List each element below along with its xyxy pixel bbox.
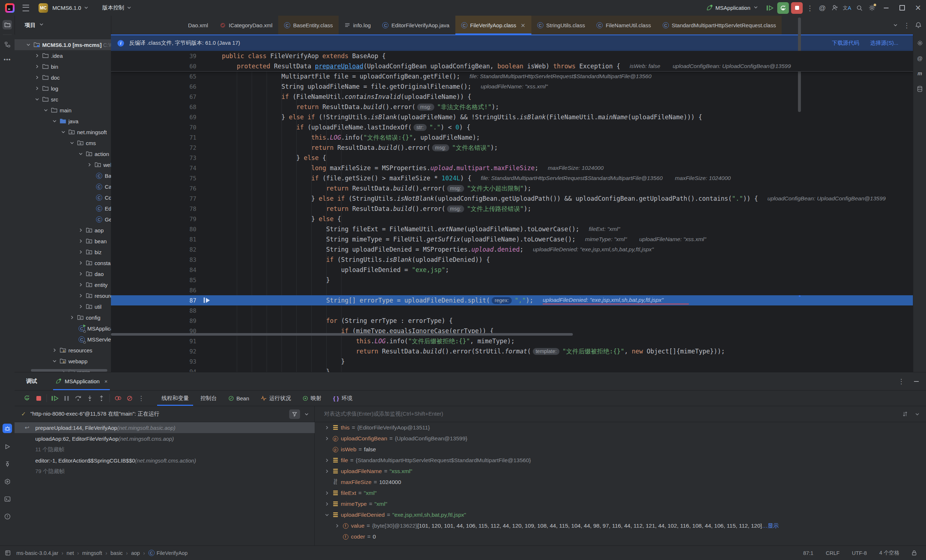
variable-row[interactable]: uploadFileName="xss.xml"	[315, 466, 926, 477]
tree-item-MSApplication[interactable]: CMSApplication	[15, 323, 111, 334]
pause-icon[interactable]	[61, 393, 73, 404]
tree-chevron-icon[interactable]	[78, 304, 84, 309]
variable-chevron-icon[interactable]	[324, 457, 330, 463]
project-panel-header[interactable]: 项目	[15, 16, 111, 35]
variable-chevron-icon[interactable]	[324, 425, 330, 431]
line-number[interactable]: 91	[111, 338, 197, 345]
tree-chevron-icon[interactable]	[34, 64, 40, 70]
tree-item-util[interactable]: util	[15, 301, 111, 312]
run-configuration-widget[interactable]: MSApplication	[706, 5, 759, 11]
tree-item-EditorAction[interactable]: CEditorAction	[15, 203, 111, 214]
editor-tab[interactable]: CStringUtils.class	[531, 16, 591, 35]
tree-item-biz[interactable]: biz	[15, 247, 111, 257]
tree-chevron-icon[interactable]	[51, 347, 57, 353]
tree-item-constant[interactable]: constant	[15, 257, 111, 268]
line-number[interactable]: 89	[111, 318, 197, 324]
tree-chevron-icon[interactable]	[69, 315, 75, 320]
tree-item-ContentAction[interactable]: CContentAction	[15, 192, 111, 203]
variable-row[interactable]: mimeType="xml"	[315, 498, 926, 510]
breadcrumb-item[interactable]: basic	[110, 550, 123, 556]
tree-chevron-icon[interactable]	[78, 238, 84, 244]
line-number[interactable]: 77	[111, 195, 197, 202]
line-number[interactable]: 67	[111, 94, 197, 100]
tree-item-BaseAction[interactable]: CBaseAction	[15, 170, 111, 181]
line-number[interactable]: 83	[111, 256, 197, 263]
breadcrumb-class[interactable]: CFileVerifyAop	[148, 550, 188, 556]
problems-tool-icon[interactable]	[3, 512, 12, 521]
debug-tab-环境[interactable]: { }环境	[329, 390, 357, 406]
services-tool-icon[interactable]	[3, 477, 12, 486]
line-number[interactable]: 74	[111, 165, 197, 172]
step-out-icon[interactable]	[96, 393, 107, 404]
tree-item-action[interactable]: action	[15, 148, 111, 159]
line-number[interactable]: 85	[111, 277, 197, 284]
tree-chevron-icon[interactable]	[78, 282, 84, 288]
tree-chevron-icon[interactable]	[34, 96, 40, 102]
tree-item-.idea[interactable]: .idea	[15, 50, 111, 61]
close-button[interactable]: ×	[910, 2, 926, 14]
tree-chevron-icon[interactable]	[34, 85, 40, 91]
tree-chevron-icon[interactable]	[51, 118, 57, 124]
variable-row[interactable]: 1001maxFileSize=1024000	[315, 477, 926, 487]
resume-icon[interactable]	[49, 393, 61, 404]
editor-tab[interactable]: ICategoryDao.xml	[214, 16, 278, 35]
line-number[interactable]: 72	[111, 144, 197, 151]
tree-item-GeneraterAction[interactable]: CGeneraterAction	[15, 214, 111, 225]
tree-item-resources[interactable]: resources	[15, 290, 111, 301]
status-caret-position[interactable]: 87:1	[803, 550, 813, 556]
step-over-icon[interactable]	[73, 393, 84, 404]
line-number[interactable]: 92	[111, 348, 197, 355]
tree-horizontal-scrollbar[interactable]	[31, 369, 107, 372]
chevron-down-icon[interactable]	[304, 411, 310, 417]
ai-assistant-strip-icon[interactable]: @	[917, 55, 923, 62]
tree-chevron-icon[interactable]	[61, 129, 66, 135]
notifications-bell-icon[interactable]	[915, 22, 921, 28]
variable-chevron-icon[interactable]	[324, 501, 330, 507]
tree-chevron-icon[interactable]	[78, 293, 84, 298]
line-number[interactable]: 94	[111, 368, 197, 372]
minimize-button[interactable]	[878, 2, 894, 14]
breadcrumb-item[interactable]: ms-basic-3.0.4.jar	[17, 550, 58, 556]
project-tool-icon[interactable]	[3, 20, 12, 29]
editor-tab[interactable]: info.log	[339, 16, 377, 35]
breadcrumb-item[interactable]: aop	[131, 550, 140, 556]
tree-item-bean[interactable]: bean	[15, 236, 111, 247]
line-number[interactable]: 75	[111, 175, 197, 182]
debug-tab-控制台[interactable]: 控制台	[196, 390, 221, 406]
tree-item-bin[interactable]: bin	[15, 61, 111, 72]
stack-frame[interactable]: ↩prepareUpload:144, FileVerifyAop (net.m…	[15, 422, 315, 433]
settings-icon[interactable]	[865, 2, 878, 14]
readonly-lock-icon[interactable]	[912, 550, 917, 555]
tree-chevron-icon[interactable]	[78, 271, 84, 277]
debug-tab-Bean[interactable]: Bean	[224, 390, 254, 406]
tree-chevron-icon[interactable]	[78, 151, 84, 157]
variable-row[interactable]: this={EditorFileVerifyAop@13511}	[315, 422, 926, 433]
editor-tab[interactable]: CBaseEntity.class	[278, 16, 339, 35]
editor-settings-gear-icon[interactable]	[917, 39, 923, 46]
status-indent-size[interactable]: 4 个空格	[879, 549, 899, 556]
line-number[interactable]: 66	[111, 83, 197, 90]
close-tab-icon[interactable]: ×	[520, 22, 525, 29]
tree-item-MCMS6.1.0[interactable]: MCMS6.1.0 [ms-mcms] C:\Users\dragonkeep\…	[15, 39, 111, 50]
tab-options-icon[interactable]: ⋮	[903, 21, 910, 29]
editor-tab[interactable]: CEditorFileVerifyAop.java	[377, 16, 455, 35]
terminal-tool-icon[interactable]	[3, 494, 12, 504]
line-number[interactable]: 65	[111, 73, 197, 80]
search-everywhere-icon[interactable]	[853, 2, 865, 14]
debug-options-icon[interactable]: ⋮	[898, 377, 905, 385]
line-number[interactable]: 68	[111, 104, 197, 110]
database-strip-icon[interactable]	[917, 85, 923, 92]
tree-item-net.mingsoft[interactable]: net.mingsoft	[15, 127, 111, 138]
line-number[interactable]: 78	[111, 206, 197, 212]
download-sources-link[interactable]: 下载源代码	[832, 39, 859, 47]
line-number[interactable]: 71	[111, 134, 197, 141]
structure-tool-icon[interactable]	[3, 39, 12, 49]
tree-item-log[interactable]: log	[15, 83, 111, 94]
editor-tab[interactable]: CStandardMultipartHttpServletRequest.cla…	[657, 16, 782, 35]
run-tool-icon[interactable]	[3, 442, 12, 451]
line-number[interactable]: 70	[111, 124, 197, 131]
line-number[interactable]: 93	[111, 358, 197, 365]
line-number[interactable]: 60	[111, 63, 197, 70]
variable-row[interactable]: puploadConfigBean={UploadConfigBean@1359…	[315, 433, 926, 444]
tree-item-java[interactable]: java	[15, 116, 111, 127]
